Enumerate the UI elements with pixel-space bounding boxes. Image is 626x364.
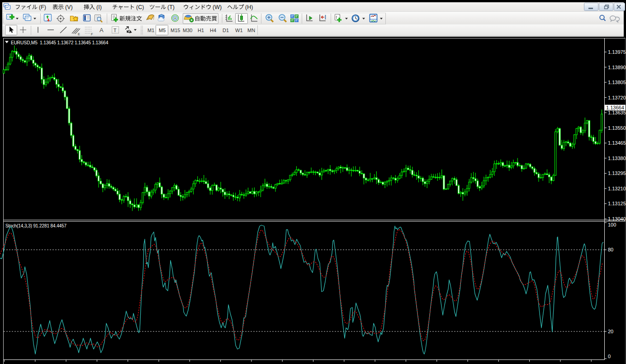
svg-text:0: 0 — [608, 354, 611, 359]
svg-text:1.13635: 1.13635 — [608, 110, 626, 115]
svg-text:M30: M30 — [183, 28, 192, 33]
svg-text:MN: MN — [247, 28, 255, 33]
svg-text:H4: H4 — [210, 28, 216, 33]
svg-text:1.13295: 1.13295 — [608, 170, 626, 176]
svg-text:(I): (I) — [96, 4, 102, 10]
svg-text:1.13550: 1.13550 — [608, 125, 626, 131]
svg-text:(F): (F) — [39, 4, 46, 10]
svg-text:A: A — [100, 27, 104, 33]
svg-text:1.13720: 1.13720 — [608, 95, 626, 100]
svg-text:M5: M5 — [159, 28, 166, 33]
svg-text:T: T — [114, 28, 117, 33]
svg-text:F: F — [91, 32, 93, 36]
svg-text:Stoch(14,3,3) 91.2281 84.4457: Stoch(14,3,3) 91.2281 84.4457 — [5, 223, 67, 228]
svg-text:1.13125: 1.13125 — [608, 201, 626, 206]
svg-text:(H): (H) — [245, 4, 253, 10]
svg-text:100: 100 — [608, 222, 616, 227]
svg-text:E: E — [78, 32, 80, 36]
svg-text:1.13380: 1.13380 — [608, 156, 626, 161]
svg-text:80: 80 — [608, 247, 613, 252]
svg-text:1.13040: 1.13040 — [608, 216, 626, 222]
svg-text:EURUSD,M5 1.13645 1.13672 1.1: EURUSD,M5 1.13645 1.13672 1.13645 1.1366… — [11, 40, 109, 45]
svg-text:M1: M1 — [147, 28, 154, 33]
svg-text:(T): (T) — [167, 4, 175, 10]
svg-text:1.13805: 1.13805 — [608, 80, 626, 85]
svg-text:1.13890: 1.13890 — [608, 65, 626, 70]
svg-text:H1: H1 — [198, 28, 204, 33]
svg-text:(V): (V) — [65, 4, 73, 10]
svg-text:D1: D1 — [223, 28, 229, 33]
svg-text:1.13210: 1.13210 — [608, 186, 626, 191]
svg-text:20: 20 — [608, 329, 613, 334]
svg-text:1.13664: 1.13664 — [606, 105, 624, 110]
svg-text:(C): (C) — [136, 4, 144, 10]
svg-text:(W): (W) — [213, 4, 222, 10]
svg-text:W1: W1 — [235, 28, 243, 33]
svg-text:1.13975: 1.13975 — [608, 49, 626, 55]
svg-text:M15: M15 — [171, 28, 180, 33]
svg-text:1.13465: 1.13465 — [608, 140, 626, 146]
